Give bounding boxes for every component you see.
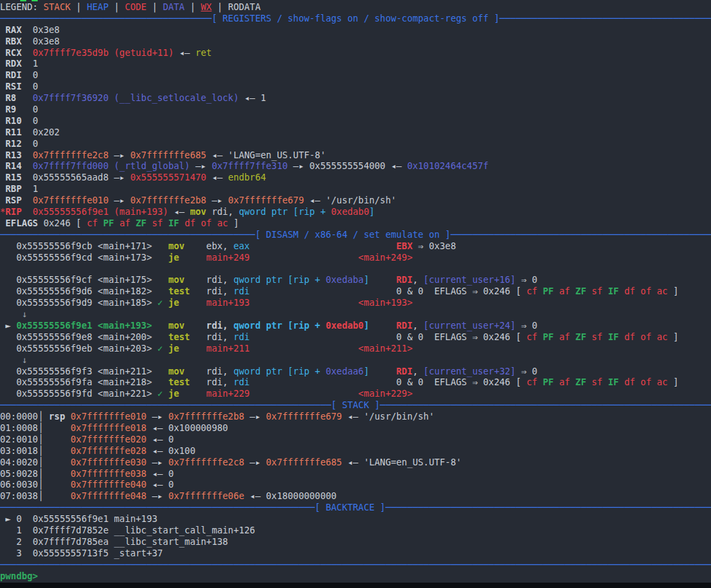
disasm-row: 0x55555556f9eb <main+203> ✓ je main+211 … <box>0 344 711 355</box>
register-row-eflags: EFLAGS 0x246 [ cf PF af ZF sf IF df of a… <box>0 218 711 230</box>
register-value: 1 <box>32 59 38 69</box>
mnemonic: je <box>168 253 206 263</box>
text <box>0 309 22 319</box>
mnemonic: mov <box>168 275 206 285</box>
text <box>38 218 43 228</box>
pointer-arrow-icon: —▸ <box>147 412 168 422</box>
backtrace-row: ► 0 0x55555556f9e1 main+193 <box>0 514 711 525</box>
legend-heap: HEAP <box>87 2 108 12</box>
text: 0x7fffffffe685 <box>131 150 207 160</box>
text <box>22 59 32 69</box>
mnemonic: test <box>168 332 206 342</box>
text: 0x55555556f9d9 <main+185> <box>0 298 158 308</box>
text <box>163 389 168 399</box>
text: 0 & 0 <box>397 377 434 387</box>
text: 0x55555565aad8 <box>32 172 108 183</box>
text: PF <box>543 332 553 342</box>
mnemonic: mov <box>168 241 206 251</box>
text: 0x555555571470 <box>131 172 207 183</box>
text: , <box>223 377 234 387</box>
text: 0 & 0 <box>397 332 434 342</box>
stack-section-header: ────────────────────────────────────────… <box>0 400 711 412</box>
gdb-prompt: pwndbg> <box>0 571 38 581</box>
text: │ <box>38 469 43 479</box>
register-name: R14 <box>5 161 22 171</box>
legend-stack: STACK <box>44 2 71 12</box>
register-row-rbp: RBP 1 <box>0 184 711 195</box>
stack-row: 06:0030│ 0x7fffffffe040 ◂— 0 <box>0 480 711 491</box>
text: ◂— 0 <box>147 434 174 445</box>
text <box>250 298 358 308</box>
text: df <box>184 218 195 228</box>
text: │ <box>38 423 43 433</box>
section-rule: ────────────────────────────────────────… <box>0 502 315 513</box>
branch-target: <main+229> <box>358 389 413 399</box>
text: 0x7fffffffe685 <box>266 457 342 467</box>
register-row-r14: R14 0x7ffff7ffd000 (_rtld_global) —▸ 0x7… <box>0 161 711 172</box>
text <box>0 48 5 58</box>
text: 0x7fffffffe010 <box>32 195 108 205</box>
mnemonic: je <box>168 298 206 308</box>
mnemonic: mov <box>168 321 206 331</box>
text <box>152 321 168 331</box>
text: 0x7ffff7d785ea __libc_start_main+138 <box>32 537 228 547</box>
text: 0x55555556f9e1 (main+193) <box>32 207 168 217</box>
text: rdi <box>234 332 250 342</box>
pointer-arrow-icon: —▸ <box>244 457 266 467</box>
register-value: 0 <box>32 116 38 126</box>
text: rdi <box>234 286 250 296</box>
register-name: RSP <box>5 195 22 205</box>
text: main+193 <box>206 298 250 308</box>
text: 0xedab0 <box>326 321 364 331</box>
text <box>179 218 184 228</box>
text: ⇒ 0 <box>516 275 537 285</box>
branch-target: <main+249> <box>358 253 413 263</box>
text: af <box>559 332 570 342</box>
text <box>619 377 624 387</box>
register-name: EFLAGS <box>5 218 38 228</box>
text: af <box>119 218 130 228</box>
text: 0x7fffffffe048 <box>71 491 147 501</box>
text <box>147 218 152 228</box>
deref-arrow-icon: ◂— <box>385 161 407 171</box>
section-rule: ─────────────────────────────────────── <box>500 13 711 24</box>
pointer-arrow-icon: —▸ <box>190 161 211 171</box>
text: 0x10102464c457f <box>407 161 489 171</box>
text: IF <box>608 377 619 387</box>
text: ◂— 0x100 <box>147 446 196 456</box>
stack-row: 05:0028│ 0x7fffffffe038 ◂— 0 <box>0 469 711 480</box>
register-row-rax: RAX 0x3e8 <box>0 25 711 36</box>
register-row-r8: R8 0x7ffff7f36920 (__libc_setlocale_lock… <box>0 93 711 104</box>
text <box>603 332 608 342</box>
text: [current_user+32] <box>424 366 516 377</box>
register-name: RDX <box>5 59 22 69</box>
stack-row: 04:0020│ 0x7fffffffe030 —▸ 0x7fffffffe2c… <box>0 457 711 469</box>
text <box>22 161 32 171</box>
text: rdi, <box>211 207 238 217</box>
stack-offset: 04:0020 <box>0 457 38 467</box>
text: ◂— '/usr/bin/sh' <box>304 195 397 205</box>
text <box>22 70 32 80</box>
disasm-row: 0x55555556f9fd <main+221> ✓ je main+229 … <box>0 389 711 400</box>
text: ret <box>195 48 211 58</box>
text: 0x7fffffffe040 <box>71 480 147 490</box>
text <box>11 321 16 331</box>
text: of <box>640 377 651 387</box>
text: rdi, <box>206 321 233 331</box>
text: 0x5555555713f5 _start+37 <box>32 548 162 558</box>
text: sf <box>592 286 603 296</box>
text <box>0 150 5 160</box>
text: ac <box>657 286 668 296</box>
register-row-rbx: RBX 0x3e8 <box>0 36 711 48</box>
disasm-jump-row: ↓ <box>0 355 711 366</box>
text <box>0 172 5 183</box>
text <box>586 332 592 342</box>
stack-row: 07:0038│ 0x7fffffffe048 —▸ 0x7fffffffe06… <box>0 491 711 502</box>
text <box>0 514 5 524</box>
section-rule: ─────────────────────────────────────── <box>0 13 211 24</box>
branch-taken-icon: ✓ <box>158 298 163 308</box>
text: qword ptr [rip + <box>234 366 326 377</box>
jump-down-arrow-icon: ↓ <box>22 355 27 365</box>
gdb-prompt-line[interactable]: pwndbg> <box>0 571 711 583</box>
text: rdi, <box>206 275 233 285</box>
